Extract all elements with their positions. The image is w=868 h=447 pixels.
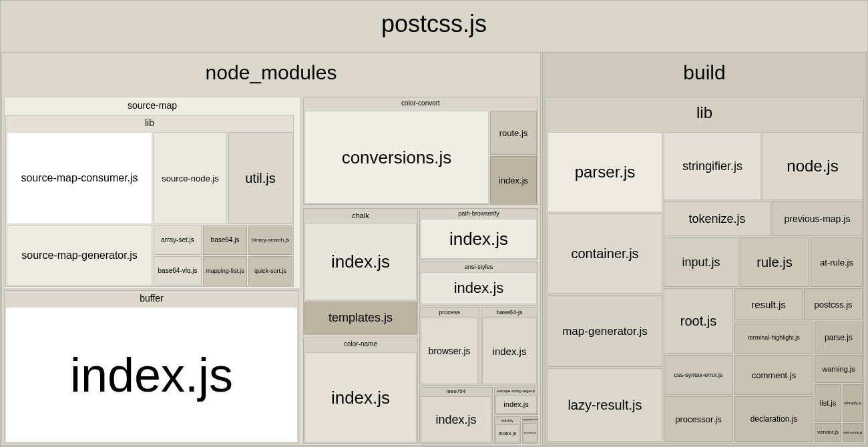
tm-smg: source-map-generator.js [7, 226, 152, 286]
tm-label-cc-idx: index.js [491, 175, 536, 184]
tm-label-cc-route: route.js [491, 129, 536, 137]
tm-label-smc: source-map-consumer.js [7, 173, 152, 183]
tm-lazy: lazy-result.js [548, 368, 662, 442]
tm-label-smg: source-map-generator.js [7, 250, 152, 261]
tm-atrule: at-rule.js [811, 238, 863, 287]
tm-label-ml: mapping-list.js [204, 268, 246, 274]
tm-warno: warn-once.js [843, 423, 863, 442]
tm-label-bs: binary-search.js [249, 238, 292, 243]
tm-label-rootjs: root.js [664, 314, 732, 328]
tm-label-chalk-tpl: templates.js [305, 312, 416, 324]
tm-label-root: postcss.js [1, 1, 867, 47]
tm-label-isa: isarray [495, 417, 520, 424]
tm-node: node.js [763, 132, 863, 200]
tm-bs: binary-search.js [248, 226, 292, 255]
tm-warn: warning.js [815, 355, 863, 383]
tm-isa-i: index.js [495, 424, 519, 442]
tm-qs: quick-sort.js [248, 256, 292, 286]
tm-label-sn: source-node.js [154, 174, 226, 183]
tm-rootjs: root.js [664, 288, 733, 354]
tm-comment: comment.js [734, 355, 813, 395]
tm-procjs: processor.js [664, 396, 733, 442]
tm-label-ans-idx: index.js [421, 281, 536, 296]
tm-label-postcssf: postcss.js [805, 300, 862, 309]
tm-label-comment: comment.js [735, 371, 813, 380]
tm-label-parsef: parse.js [815, 334, 862, 342]
tm-label-buf-idx: index.js [6, 351, 297, 399]
tm-label-result: result.js [735, 300, 802, 310]
tm-label-atrule: at-rule.js [811, 258, 862, 267]
tm-label-cse: css-syntax-error.js [664, 372, 732, 378]
tm-label-node: node.js [763, 158, 862, 174]
tm-label-procjs: processor.js [664, 415, 732, 424]
tm-label-sm-lib: lib [6, 115, 293, 130]
tm-sn: source-node.js [154, 132, 227, 224]
tm-label-supc-b: browser.js [523, 432, 537, 434]
tm-label-strfy: stringify.js [843, 401, 862, 405]
tm-pb-idx: index.js [421, 219, 537, 259]
tm-label-as: array-set.js [154, 237, 201, 244]
tm-ml: mapping-list.js [203, 256, 247, 286]
tm-label-ieee: ieee754 [420, 388, 492, 396]
tm-label-tok: tokenize.js [664, 213, 770, 225]
tm-label-bv: base64-vlq.js [154, 268, 201, 274]
tm-chalk-idx: index.js [304, 223, 417, 300]
tm-strfy: stringify.js [843, 384, 863, 422]
tm-label-chalk: chalk [304, 209, 417, 222]
tm-label-supc: supports-color [523, 417, 537, 422]
tm-ieee-i: index.js [421, 396, 491, 442]
tm-label-parser: parser.js [548, 164, 662, 180]
tm-label-proc: process [420, 308, 479, 317]
tm-pmap: previous-map.js [772, 201, 863, 236]
tm-label-pb-idx: index.js [421, 230, 536, 248]
tm-label-nm: node_modules [2, 53, 540, 93]
tm-label-qs: quick-sort.js [249, 268, 292, 274]
tm-label-strf: stringifier.js [664, 160, 761, 172]
tm-ans-idx: index.js [421, 272, 537, 304]
tm-label-esc-i: index.js [496, 401, 536, 408]
tm-label-input: input.js [664, 256, 738, 268]
treemap-root: postcss.jsnode_modulesbuildsource-maplib… [0, 0, 868, 447]
tm-result: result.js [734, 288, 803, 320]
tm-label-proc-b: browser.js [421, 346, 477, 356]
tm-label-cn-idx: index.js [305, 389, 416, 406]
tm-label-chalk-idx: index.js [305, 253, 416, 270]
tm-rule: rule.js [740, 238, 809, 287]
tm-label-vendor: vendor.js [815, 430, 841, 435]
tm-label-ieee-i: index.js [421, 414, 491, 426]
tm-label-warn: warning.js [815, 366, 862, 373]
tm-label-sm: source-map [5, 97, 300, 113]
tm-b64: base64.js [203, 226, 247, 255]
tm-parser: parser.js [548, 132, 662, 212]
tm-vendor: vendor.js [815, 423, 841, 442]
tm-util: util.js [228, 132, 292, 224]
tm-label-b64js: base64-js [481, 308, 537, 317]
tm-label-build: build [543, 53, 866, 93]
tm-cn-idx: index.js [304, 352, 417, 442]
tm-label-pb: path-browserify [420, 209, 537, 218]
tm-container: container.js [548, 213, 662, 294]
tm-mapgen: map-generator.js [548, 295, 662, 367]
tm-list: list.js [815, 384, 841, 422]
tm-smc: source-map-consumer.js [7, 132, 152, 224]
tm-label-th: terminal-highlight.js [735, 335, 813, 341]
tm-esc-i: index.js [495, 395, 537, 414]
tm-cc-route: route.js [490, 111, 537, 155]
tm-proc-b: browser.js [421, 318, 478, 384]
tm-label-esc: escape-string-regexp [495, 388, 537, 394]
tm-label-warno: warn-once.js [843, 431, 862, 434]
tm-label-decl: declaration.js [735, 415, 813, 423]
tm-postcssf: postcss.js [804, 288, 863, 320]
tm-label-blib: lib [546, 97, 863, 128]
tm-label-ans: ansi-styles [420, 262, 537, 272]
tm-label-cn: color-name [304, 338, 417, 350]
tm-label-cc: color-convert [304, 97, 537, 109]
tm-cc-idx: index.js [490, 156, 537, 203]
tm-bv: base64-vlq.js [154, 256, 202, 286]
tm-tok: tokenize.js [664, 201, 771, 236]
tm-label-b64: base64.js [204, 237, 246, 244]
tm-label-list: list.js [815, 400, 841, 407]
tm-label-isa-i: index.js [496, 431, 519, 436]
tm-decl: declaration.js [734, 396, 813, 442]
tm-supc-b: browser.js [523, 423, 537, 442]
